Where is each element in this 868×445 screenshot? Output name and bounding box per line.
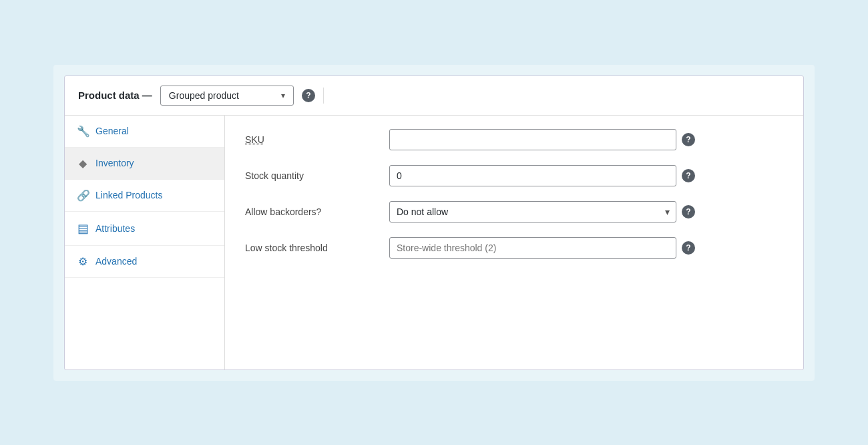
sidebar: 🔧 General ◆ Inventory 🔗 Linked Products … [65,116,225,369]
sidebar-item-general-label: General [95,126,129,136]
stock-quantity-help-icon[interactable]: ? [682,169,695,182]
header-divider [323,88,324,104]
stock-quantity-label: Stock quantity [245,170,379,181]
backorders-help-icon[interactable]: ? [682,205,695,218]
sku-input-wrap: ? [389,129,783,150]
backorders-select[interactable]: Do not allow Allow Allow, but notify cus… [389,201,676,222]
panel-header: Product data — Grouped product ▾ ? [65,76,803,116]
backorders-label: Allow backorders? [245,206,379,217]
stock-quantity-row: Stock quantity ? [245,165,783,186]
inventory-icon: ◆ [77,157,89,170]
sku-row: SKU ? [245,129,783,150]
sidebar-item-linked-products[interactable]: 🔗 Linked Products [65,180,224,212]
backorders-row: Allow backorders? Do not allow Allow All… [245,201,783,222]
product-data-panel: Product data — Grouped product ▾ ? 🔧 Gen… [64,76,804,370]
stock-quantity-input-wrap: ? [389,165,783,186]
wrench-icon: 🔧 [77,125,89,138]
outer-wrapper: Product data — Grouped product ▾ ? 🔧 Gen… [53,65,815,381]
sidebar-item-inventory[interactable]: ◆ Inventory [65,148,224,180]
low-stock-label: Low stock threshold [245,243,379,253]
stock-quantity-input[interactable] [389,165,676,186]
sidebar-item-inventory-label: Inventory [95,158,134,168]
low-stock-row: Low stock threshold ? [245,237,783,259]
sidebar-item-attributes[interactable]: ▤ Attributes [65,212,224,246]
sku-help-icon[interactable]: ? [682,133,695,146]
content-area: SKU ? Stock quantity ? Allow b [225,116,803,369]
low-stock-help-icon[interactable]: ? [682,241,695,255]
sidebar-item-general[interactable]: 🔧 General [65,116,224,148]
low-stock-input-wrap: ? [389,237,783,259]
product-type-chevron-icon: ▾ [281,91,285,100]
sku-label: SKU [245,134,379,145]
low-stock-input[interactable] [389,237,676,259]
sidebar-item-advanced-label: Advanced [95,256,137,267]
panel-header-label: Product data — [78,90,152,101]
product-type-label: Grouped product [169,90,239,101]
sidebar-item-attributes-label: Attributes [95,223,135,234]
backorders-select-wrapper: Do not allow Allow Allow, but notify cus… [389,201,676,222]
panel-body: 🔧 General ◆ Inventory 🔗 Linked Products … [65,116,803,369]
header-help-icon[interactable]: ? [302,89,315,102]
link-icon: 🔗 [77,189,89,202]
sku-input[interactable] [389,129,676,150]
gear-icon: ⚙ [77,255,89,268]
attributes-icon: ▤ [77,221,89,236]
product-type-select[interactable]: Grouped product ▾ [160,86,294,106]
backorders-input-wrap: Do not allow Allow Allow, but notify cus… [389,201,783,222]
sidebar-item-linked-products-label: Linked Products [95,190,162,200]
sidebar-item-advanced[interactable]: ⚙ Advanced [65,246,224,278]
